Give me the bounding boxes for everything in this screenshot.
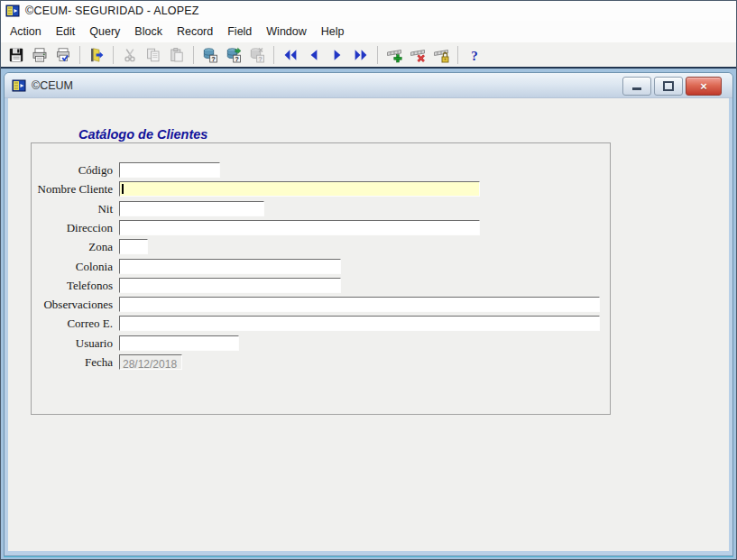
copy-button[interactable] xyxy=(143,44,164,66)
app-titlebar: ©CEUM- SEGURIDAD - ALOPEZ xyxy=(1,1,736,21)
colonia-input[interactable] xyxy=(119,259,341,274)
minimize-button[interactable] xyxy=(622,77,651,96)
execute-query-button[interactable]: ? xyxy=(223,44,244,66)
window-controls: × xyxy=(622,77,722,96)
cancel-query-button[interactable]: ? xyxy=(246,44,268,66)
field-label-codigo: Código xyxy=(32,162,113,178)
help-button[interactable]: ? xyxy=(464,44,485,66)
field-row-zona: Zona xyxy=(32,239,148,254)
mdi-client-area: Catálogo de Clientes CódigoNombre Client… xyxy=(8,98,729,551)
app-title: ©CEUM- SEGURIDAD - ALOPEZ xyxy=(25,5,199,17)
enter-query-icon: ? xyxy=(202,47,218,63)
print-setup-icon xyxy=(55,47,71,63)
print-button[interactable] xyxy=(29,44,51,66)
toolbar-separator xyxy=(193,46,194,64)
menu-item-record[interactable]: Record xyxy=(170,23,220,41)
menu-item-block[interactable]: Block xyxy=(127,23,170,41)
mdi-window-icon xyxy=(12,78,26,93)
first-record-icon xyxy=(282,47,299,63)
mdi-window: ©CEUM × Catálogo de Clientes CódigoNombr… xyxy=(4,72,733,556)
field-row-nit: Nit xyxy=(32,201,264,216)
menu-item-query[interactable]: Query xyxy=(82,23,127,41)
field-row-telefonos: Telefonos xyxy=(32,278,341,293)
next-record-button[interactable] xyxy=(327,44,348,66)
field-row-observaciones: Observaciones xyxy=(32,297,600,312)
menu-item-help[interactable]: Help xyxy=(314,23,352,41)
exit-icon xyxy=(88,47,105,63)
execute-query-icon: ? xyxy=(226,47,242,63)
save-icon xyxy=(8,47,24,63)
cut-icon xyxy=(122,47,138,63)
paste-icon xyxy=(169,47,185,63)
next-record-icon xyxy=(329,47,345,63)
minimize-icon xyxy=(632,87,641,90)
mdi-title: ©CEUM xyxy=(32,79,73,92)
observaciones-input[interactable] xyxy=(119,297,600,312)
exit-button[interactable] xyxy=(86,44,107,66)
field-row-usuario: Usuario xyxy=(32,335,239,351)
close-icon: × xyxy=(700,80,707,92)
mdi-area: ©CEUM × Catálogo de Clientes CódigoNombr… xyxy=(1,67,736,559)
field-row-fecha: Fecha28/12/2018 xyxy=(32,354,182,370)
field-label-nombre-cliente: Nombre Cliente xyxy=(32,181,113,197)
enter-query-button[interactable]: ? xyxy=(199,44,221,66)
save-button[interactable] xyxy=(5,44,27,66)
nit-input[interactable] xyxy=(119,201,264,216)
menu-bar: ActionEditQueryBlockRecordFieldWindowHel… xyxy=(1,21,736,42)
menu-item-action[interactable]: Action xyxy=(3,23,49,41)
previous-record-icon xyxy=(306,47,322,63)
usuario-input[interactable] xyxy=(119,335,239,351)
help-icon: ? xyxy=(466,47,483,63)
svg-text:?: ? xyxy=(235,54,239,62)
field-label-direccion: Direccion xyxy=(32,220,113,235)
text-caret xyxy=(122,184,124,194)
field-label-colonia: Colonia xyxy=(32,259,113,274)
app-window-icon xyxy=(5,4,20,18)
form-title: Catálogo de Clientes xyxy=(78,127,207,142)
last-record-button[interactable] xyxy=(350,44,372,66)
delete-record-icon xyxy=(410,47,426,63)
menu-item-field[interactable]: Field xyxy=(220,23,259,41)
paste-button[interactable] xyxy=(166,44,188,66)
application-window: ©CEUM- SEGURIDAD - ALOPEZ ActionEditQuer… xyxy=(0,0,737,560)
toolbar-separator xyxy=(377,46,378,64)
telefonos-input[interactable] xyxy=(119,278,341,293)
field-label-nit: Nit xyxy=(32,201,113,216)
codigo-input[interactable] xyxy=(119,162,220,178)
restore-icon xyxy=(663,81,674,91)
close-button[interactable]: × xyxy=(686,77,722,96)
toolbar-separator xyxy=(113,46,114,64)
correo-e-input[interactable] xyxy=(119,316,600,331)
direccion-input[interactable] xyxy=(119,220,480,235)
previous-record-button[interactable] xyxy=(303,44,325,66)
menu-item-window[interactable]: Window xyxy=(259,23,313,41)
field-row-colonia: Colonia xyxy=(32,259,341,274)
field-row-correo-e: Correo E. xyxy=(32,316,600,331)
delete-record-button[interactable] xyxy=(407,44,428,66)
mdi-titlebar[interactable]: ©CEUM × xyxy=(5,73,732,98)
fecha-input: 28/12/2018 xyxy=(119,354,182,370)
insert-record-icon xyxy=(386,47,402,63)
field-label-observaciones: Observaciones xyxy=(32,297,113,312)
zona-input[interactable] xyxy=(119,239,148,254)
field-row-nombre-cliente: Nombre Cliente xyxy=(32,181,480,197)
restore-button[interactable] xyxy=(654,77,683,96)
lock-record-icon xyxy=(433,47,449,63)
toolbar-separator xyxy=(79,46,80,64)
last-record-icon xyxy=(353,47,369,63)
first-record-button[interactable] xyxy=(280,44,301,66)
print-setup-button[interactable] xyxy=(52,44,74,66)
nombre-cliente-input[interactable] xyxy=(119,181,480,197)
menu-item-edit[interactable]: Edit xyxy=(49,23,83,41)
lock-record-button[interactable] xyxy=(430,44,452,66)
toolbar: ???? xyxy=(1,42,736,67)
toolbar-separator xyxy=(273,46,274,64)
svg-text:?: ? xyxy=(211,54,216,62)
svg-text:?: ? xyxy=(258,54,263,62)
toolbar-separator xyxy=(457,46,458,64)
insert-record-button[interactable] xyxy=(383,44,405,66)
cut-button[interactable] xyxy=(119,44,141,66)
copy-icon xyxy=(145,47,161,63)
field-row-direccion: Direccion xyxy=(32,220,480,235)
field-label-fecha: Fecha xyxy=(32,354,113,370)
